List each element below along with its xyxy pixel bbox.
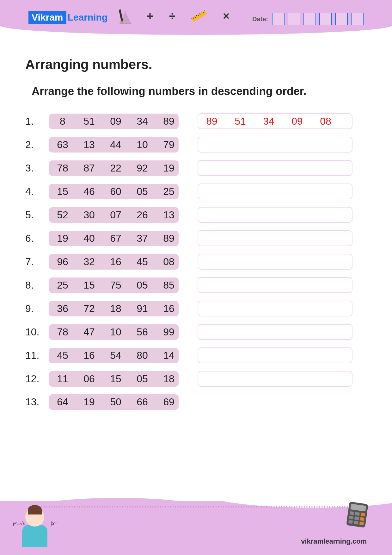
number-value: 30 [81, 209, 97, 221]
answer-value: 51 [232, 115, 248, 127]
calculator-icon [346, 502, 368, 528]
date-label: Date: [252, 16, 268, 23]
number-value: 44 [108, 139, 124, 151]
number-value: 26 [134, 209, 150, 221]
answer-box[interactable] [198, 207, 352, 223]
logo-part2: Learning [66, 12, 108, 22]
row-number: 2. [25, 139, 43, 151]
number-value: 09 [108, 115, 124, 127]
date-box[interactable] [288, 13, 300, 25]
row-number: 5. [25, 209, 43, 221]
formula-decor: ∫x² [51, 521, 56, 527]
site-url: vikramlearning.com [301, 537, 367, 546]
number-value: 05 [134, 279, 150, 291]
answer-box[interactable] [198, 347, 352, 363]
number-value: 06 [81, 373, 97, 385]
number-value: 10 [134, 139, 150, 151]
number-set: 7847105699 [49, 324, 179, 340]
row-number: 10. [25, 326, 43, 338]
problem-row: 1.8510934898951340908 [25, 113, 367, 129]
number-value: 16 [161, 303, 177, 315]
row-number: 13. [25, 396, 43, 408]
number-value: 69 [161, 396, 177, 408]
number-value: 05 [134, 186, 150, 197]
header-icons: + ÷ × [120, 9, 230, 23]
number-set: 1106150518 [49, 371, 179, 387]
date-box[interactable] [272, 13, 285, 25]
row-number: 6. [25, 233, 43, 244]
number-value: 10 [108, 326, 124, 338]
number-value: 45 [134, 256, 150, 268]
answer-box[interactable] [198, 277, 352, 293]
row-number: 12. [25, 373, 43, 385]
formula-decor: y²=√x [13, 521, 25, 527]
answer-box[interactable] [198, 254, 352, 270]
number-set: 3672189116 [49, 301, 179, 316]
number-value: 51 [81, 115, 97, 127]
row-number: 3. [25, 162, 43, 174]
logo-part1: Vikram [28, 11, 66, 24]
number-value: 54 [108, 350, 124, 361]
number-value: 67 [108, 233, 124, 244]
page-title: Arranging numbers. [25, 57, 367, 72]
number-set: 6313441079 [49, 137, 179, 153]
answer-box[interactable] [198, 184, 352, 199]
footer: y²=√x ∫x² vikramlearning.com [0, 501, 392, 555]
number-value: 72 [81, 303, 97, 315]
number-set: 6419506669 [49, 394, 179, 410]
number-value: 22 [108, 162, 124, 174]
answer-box[interactable] [198, 301, 352, 316]
number-value: 99 [161, 326, 177, 338]
number-value: 64 [55, 396, 70, 408]
number-value: 89 [161, 233, 177, 244]
date-section: Date: [252, 13, 364, 25]
problem-row: 9.3672189116 [25, 301, 367, 316]
row-number: 9. [25, 303, 43, 315]
row-number: 8. [25, 279, 43, 291]
number-set: 5230072613 [49, 207, 179, 223]
number-value: 13 [161, 209, 177, 221]
logo: VikramLearning [28, 12, 107, 23]
content: Arranging numbers. Arrange the following… [0, 35, 392, 410]
date-box[interactable] [351, 13, 364, 25]
problem-row: 6.1940673789 [25, 230, 367, 246]
number-value: 19 [81, 396, 97, 408]
number-set: 9632164508 [49, 254, 179, 270]
number-value: 32 [81, 256, 97, 268]
row-number: 7. [25, 256, 43, 268]
number-set: 1546600525 [49, 184, 179, 199]
answer-box[interactable] [198, 137, 352, 153]
plus-icon: + [147, 9, 153, 23]
number-value: 45 [55, 350, 70, 361]
date-box[interactable] [303, 13, 316, 25]
answer-value: 09 [289, 115, 305, 127]
number-value: 40 [81, 233, 97, 244]
number-value: 47 [81, 326, 97, 338]
student-avatar-icon [19, 508, 51, 552]
number-value: 19 [55, 233, 70, 244]
multiply-icon: × [223, 9, 230, 23]
date-box[interactable] [319, 13, 332, 25]
answer-box[interactable] [198, 324, 352, 340]
number-value: 66 [134, 396, 150, 408]
number-value: 07 [108, 209, 124, 221]
number-value: 05 [134, 373, 150, 385]
number-value: 16 [108, 256, 124, 268]
number-set: 4516548014 [49, 348, 179, 363]
problem-row: 5.5230072613 [25, 207, 367, 223]
number-value: 08 [161, 256, 177, 268]
answer-box[interactable] [198, 160, 352, 176]
answer-box[interactable] [198, 230, 352, 246]
rows-container: 1.85109348989513409082.63134410793.78872… [25, 113, 367, 410]
ruler-icon [191, 10, 207, 22]
divide-icon: ÷ [169, 9, 175, 23]
problem-row: 2.6313441079 [25, 137, 367, 153]
problem-row: 7.9632164508 [25, 254, 367, 270]
answer-box[interactable]: 8951340908 [198, 113, 352, 129]
number-set: 2515750585 [49, 278, 179, 293]
number-value: 36 [55, 303, 70, 315]
number-value: 52 [55, 209, 70, 221]
number-value: 34 [134, 115, 150, 127]
date-box[interactable] [335, 13, 348, 25]
answer-box[interactable] [198, 371, 352, 387]
